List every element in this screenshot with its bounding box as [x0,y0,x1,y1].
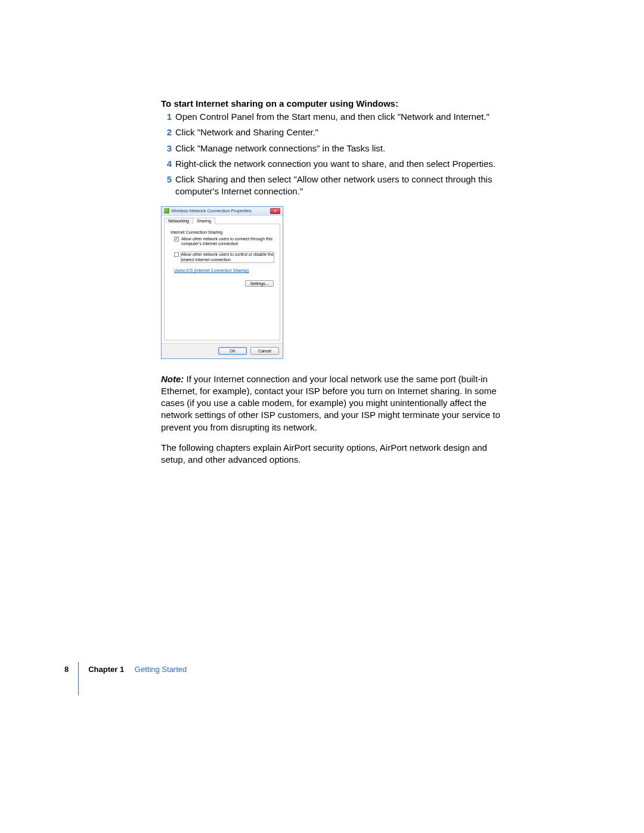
section-heading: To start Internet sharing on a computer … [161,98,507,109]
embedded-screenshot: Wireless Network Connection Properties ✕… [161,206,507,359]
group-title: Internet Connection Sharing [171,230,274,234]
dialog-titlebar: Wireless Network Connection Properties ✕ [162,207,283,216]
closing-paragraph: The following chapters explain AirPort s… [161,442,507,466]
ics-help-link[interactable]: Using ICS (Internet Connection Sharing) [171,268,249,272]
step-item: 5 Click Sharing and then select "Allow o… [161,174,507,198]
note-body: If your Internet connection and your loc… [161,374,500,432]
step-text: Click "Network and Sharing Center." [175,126,507,138]
footer-divider [78,662,79,695]
step-item: 3 Click "Manage network connections" in … [161,143,507,154]
cancel-button[interactable]: Cancel [250,347,279,355]
step-item: 1 Open Control Panel from the Start menu… [161,111,507,123]
settings-button[interactable]: Settings... [245,280,274,287]
note-paragraph: Note: If your Internet connection and yo… [161,373,507,433]
step-number: 5 [161,174,172,198]
step-item: 2 Click "Network and Sharing Center." [161,126,507,138]
ok-button[interactable]: OK [218,347,247,355]
chapter-label: Chapter 1 [88,665,124,674]
dialog-tabs: Networking Sharing [164,217,280,224]
step-text: Open Control Panel from the Start menu, … [175,111,507,123]
step-item: 4 Right-click the network connection you… [161,158,507,170]
page-footer: 8 Chapter 1 Getting Started [64,652,187,686]
checkbox-label: Allow other network users to connect thr… [181,237,274,247]
checkbox-label: Allow other network users to control or … [181,252,274,262]
step-number: 4 [161,158,172,170]
step-number: 1 [161,111,172,123]
dialog-button-row: OK Cancel [162,343,283,358]
sharing-panel: Internet Connection Sharing Allow other … [164,224,280,340]
checkbox-icon [174,237,179,241]
page-content: To start Internet sharing on a computer … [161,98,507,474]
tab-sharing[interactable]: Sharing [193,218,215,224]
chapter-title: Getting Started [135,665,187,674]
dialog-body: Networking Sharing Internet Connection S… [162,217,283,340]
checkbox-allow-connect[interactable]: Allow other network users to connect thr… [171,237,274,247]
step-number: 2 [161,126,172,138]
system-icon [164,208,169,213]
checkbox-allow-control[interactable]: Allow other network users to control or … [171,252,274,262]
dialog-title: Wireless Network Connection Properties [171,208,252,213]
windows-dialog: Wireless Network Connection Properties ✕… [161,206,283,359]
step-text: Click Sharing and then select "Allow oth… [175,174,507,198]
checkbox-icon [174,252,179,257]
step-text: Click "Manage network connections" in th… [175,143,507,154]
tab-networking[interactable]: Networking [164,218,193,224]
page-number: 8 [64,665,69,674]
step-text: Right-click the network connection you w… [175,158,507,170]
step-number: 3 [161,143,172,154]
close-icon[interactable]: ✕ [270,208,280,214]
note-label: Note: [161,374,184,384]
